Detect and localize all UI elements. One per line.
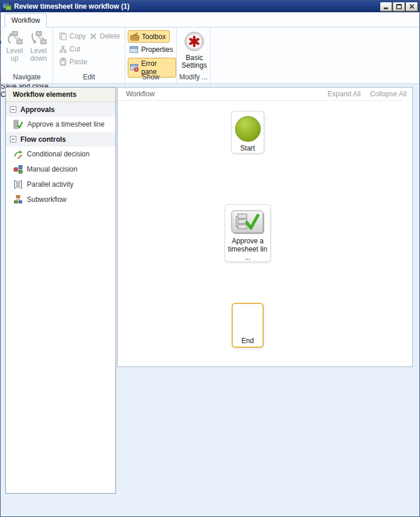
properties-button[interactable]: Properties xyxy=(128,44,177,55)
level-down-button[interactable]: Level down xyxy=(27,31,50,62)
minimize-button[interactable] xyxy=(380,2,392,11)
node-label: End xyxy=(233,337,262,345)
properties-icon xyxy=(130,46,139,54)
group-label-modify: Modify ... xyxy=(177,73,210,81)
collapse-icon[interactable] xyxy=(10,106,16,113)
element-label: Parallel activity xyxy=(27,180,74,188)
close-icon xyxy=(409,4,415,9)
end-node-icon xyxy=(235,309,261,334)
toolbox-button[interactable]: Toolbox xyxy=(128,30,170,43)
expand-all-link[interactable]: Expand All xyxy=(328,90,361,98)
section-flow-controls[interactable]: Flow controls xyxy=(6,132,116,146)
delete-label: Delete xyxy=(100,32,120,40)
error-pane-icon xyxy=(130,64,139,72)
copy-label: Copy xyxy=(69,32,86,40)
approval-task-icon xyxy=(231,210,265,235)
node-start[interactable]: Start xyxy=(231,111,264,153)
node-label: Approve a timesheet lin ... xyxy=(225,237,270,261)
ribbon: Workflow Level up xyxy=(1,12,419,84)
workflow-editor-window: Review timesheet line workflow (1) Workf… xyxy=(0,0,420,517)
close-button[interactable] xyxy=(406,2,418,11)
level-down-icon xyxy=(30,31,47,45)
element-approve-timesheet-line[interactable]: Approve a timesheet line xyxy=(6,117,116,132)
start-node-icon xyxy=(235,116,261,142)
section-approvals[interactable]: Approvals xyxy=(6,102,116,117)
approvals-label: Approvals xyxy=(20,106,55,114)
cut-icon xyxy=(59,45,67,53)
ribbon-group-navigate: Level up Level down Navigate xyxy=(1,27,53,83)
window-title: Review timesheet line workflow (1) xyxy=(14,2,130,11)
element-manual-decision[interactable]: Manual decision xyxy=(6,162,116,177)
canvas-header: Workflow Expand All Collapse All xyxy=(118,88,412,100)
basic-settings-label: Basic Settings xyxy=(181,54,206,69)
element-parallel-activity[interactable]: Parallel activity xyxy=(6,177,116,192)
properties-label: Properties xyxy=(141,46,173,54)
maximize-icon xyxy=(396,4,402,9)
copy-icon xyxy=(59,32,67,40)
maximize-button[interactable] xyxy=(393,2,405,11)
ribbon-group-show: Toolbox Properties xyxy=(125,27,177,83)
canvas-body[interactable]: Start Approve a timesheet lin ... End xyxy=(118,100,402,357)
level-down-label: Level down xyxy=(30,47,47,62)
collapse-all-link[interactable]: Collapse All xyxy=(370,90,407,98)
element-label: Conditional decision xyxy=(27,150,89,158)
minimize-icon xyxy=(383,4,389,9)
basic-settings-icon xyxy=(184,31,205,52)
group-label-edit: Edit xyxy=(53,73,125,81)
ribbon-group-edit: Copy Delete Cut xyxy=(53,27,125,83)
delete-button[interactable]: Delete xyxy=(89,32,120,40)
app-icon xyxy=(2,2,12,11)
group-label-show: Show xyxy=(125,73,176,81)
node-end[interactable]: End xyxy=(232,303,264,348)
workflow-elements-panel: Workflow elements Approvals Approve a ti… xyxy=(5,87,116,494)
toolbox-label: Toolbox xyxy=(142,33,166,41)
title-bar: Review timesheet line workflow (1) xyxy=(1,1,419,12)
node-approve-timesheet-line[interactable]: Approve a timesheet lin ... xyxy=(225,204,271,262)
level-up-button[interactable]: Level up xyxy=(3,31,26,62)
tab-workflow[interactable]: Workflow xyxy=(5,13,47,27)
ribbon-group-modify: Basic Settings Modify ... xyxy=(177,27,211,83)
workflow-canvas-panel: Workflow Expand All Collapse All Start xyxy=(117,87,413,367)
element-conditional-decision[interactable]: Conditional decision xyxy=(6,146,116,162)
ribbon-body: Level up Level down Navigate xyxy=(1,27,419,83)
element-label: Manual decision xyxy=(27,165,78,173)
cut-label: Cut xyxy=(69,45,80,53)
toolbox-icon xyxy=(130,32,139,41)
parallel-activity-icon xyxy=(13,180,23,189)
copy-button[interactable]: Copy xyxy=(59,32,86,40)
level-up-icon xyxy=(6,31,23,45)
flow-controls-label: Flow controls xyxy=(20,135,66,144)
canvas-title: Workflow xyxy=(126,90,155,98)
manual-decision-icon xyxy=(13,165,23,174)
collapse-icon[interactable] xyxy=(10,136,16,142)
subworkflow-icon xyxy=(13,195,23,204)
group-label-navigate: Navigate xyxy=(1,73,52,81)
paste-button[interactable]: Paste xyxy=(59,58,88,66)
approval-element-icon xyxy=(13,120,23,129)
cut-button[interactable]: Cut xyxy=(59,45,80,53)
elements-panel-title: Workflow elements xyxy=(6,88,116,102)
element-label: Subworkflow xyxy=(27,195,66,204)
basic-settings-button[interactable]: Basic Settings xyxy=(181,31,207,69)
level-up-label: Level up xyxy=(6,47,23,62)
conditional-decision-icon xyxy=(13,149,23,159)
element-subworkflow[interactable]: Subworkflow xyxy=(6,192,116,207)
element-label: Approve a timesheet line xyxy=(27,120,104,128)
paste-icon xyxy=(59,58,67,66)
delete-icon xyxy=(89,32,97,40)
node-label: Start xyxy=(232,144,264,152)
paste-label: Paste xyxy=(69,58,88,66)
